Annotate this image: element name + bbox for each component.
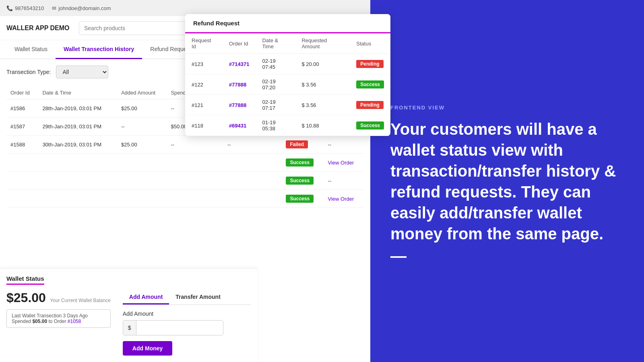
order-link[interactable]: #1058: [68, 319, 81, 324]
frontend-heading: Your customers will have a wallet status…: [390, 119, 624, 244]
cell-order-id: #1588: [6, 136, 38, 154]
refund-table-row: #118 #69431 01-19 05:38 $ 10.88 Success: [185, 115, 390, 136]
cell-added: --: [117, 117, 167, 136]
refund-table-row: #123 #714371 02-19 07:45 $ 20.00 Pending: [185, 54, 390, 74]
cell-date: 29th-Jan-2019, 03:01 PM: [38, 117, 117, 136]
filter-label: Transection Type:: [6, 69, 51, 75]
refund-cell-order-id: #69431: [223, 115, 256, 136]
cell-order-id: [6, 190, 38, 208]
cell-date: 30th-Jan-2019, 03:01 PM: [38, 136, 117, 154]
refund-popup-title: Refund Request: [185, 14, 390, 33]
cell-action[interactable]: View Order: [324, 154, 364, 172]
view-order-link[interactable]: View Order: [328, 196, 354, 202]
refund-cell-date: 02-19 07:20: [256, 74, 295, 95]
cell-refunded: [223, 154, 282, 172]
refund-cell-date: 01-19 05:38: [256, 115, 295, 136]
cell-refunded: --: [223, 136, 282, 154]
add-amount-label: Add Amount: [123, 311, 251, 317]
cell-date: [38, 172, 117, 190]
refund-cell-request-id: #123: [185, 54, 223, 74]
refund-cell-status: Success: [350, 74, 390, 95]
refund-status-badge: Pending: [356, 101, 383, 109]
cell-spended: [167, 190, 223, 208]
cell-action[interactable]: --: [324, 172, 364, 190]
to-label: to Order: [48, 319, 66, 324]
col-order-id: Order Id: [6, 86, 38, 99]
top-bar: 📞 9876543210 ✉ johndoe@domain.com: [0, 0, 370, 16]
refund-col-status: Status: [350, 33, 390, 54]
amount-input-wrap: $: [123, 320, 223, 335]
refund-cell-status: Pending: [350, 95, 390, 115]
cell-action[interactable]: --: [324, 136, 364, 154]
cell-order-id: #1586: [6, 99, 38, 117]
spent-amount: $05.00: [32, 319, 47, 324]
refund-cell-order-id: #714371: [223, 54, 256, 74]
cell-refunded: [223, 190, 282, 208]
email-icon: ✉: [52, 5, 56, 11]
frontend-divider: [390, 256, 407, 258]
add-money-button[interactable]: Add Money: [123, 341, 172, 356]
wallet-status-section: Wallet Status $25.00 Your Current Wallet…: [0, 268, 258, 362]
currency-symbol: $: [123, 321, 136, 335]
refund-status-badge: Pending: [356, 60, 383, 68]
action-cell: --: [328, 178, 331, 184]
cell-date: [38, 154, 117, 172]
status-badge: Failed: [286, 140, 308, 148]
cell-date: 28th-Jan-2019, 03:01 PM: [38, 99, 117, 117]
tab-add-amount[interactable]: Add Amount: [123, 290, 169, 304]
col-added: Added Amount: [117, 86, 167, 99]
wallet-status-body: $25.00 Your Current Wallet Balance Last …: [6, 290, 251, 356]
cell-spended: [167, 154, 223, 172]
cell-status: Success: [282, 190, 324, 208]
refund-cell-amount: $ 20.00: [295, 54, 350, 74]
cell-added: $25.00: [117, 99, 167, 117]
email-info: ✉ johndoe@domain.com: [52, 5, 111, 11]
left-panel: 📞 9876543210 ✉ johndoe@domain.com WALLER…: [0, 0, 370, 362]
refund-cell-request-id: #118: [185, 115, 223, 136]
refund-popup: Refund Request Request Id Order Id Date …: [185, 14, 390, 136]
refund-cell-request-id: #122: [185, 74, 223, 95]
search-input[interactable]: [79, 22, 192, 35]
wallet-action-panel: Add Amount Transfer Amount Add Amount $ …: [123, 290, 251, 356]
cell-order-id: [6, 154, 38, 172]
cell-status: Success: [282, 172, 324, 190]
add-amount-input[interactable]: [136, 321, 223, 335]
refund-cell-amount: $ 3.56: [295, 74, 350, 95]
cell-order-id: #1587: [6, 117, 38, 136]
table-row: Success View Order: [6, 190, 364, 208]
refund-cell-amount: $ 10.88: [295, 115, 350, 136]
refund-cell-date: 02-19 07:17: [256, 95, 295, 115]
refund-cell-status: Success: [350, 115, 390, 136]
refund-col-amount: Requested Amount: [295, 33, 350, 54]
cell-refunded: [223, 172, 282, 190]
right-panel: FRONTEND VIEW Your customers will have a…: [370, 0, 644, 362]
refund-col-request-id: Request Id: [185, 33, 223, 54]
view-order-link[interactable]: View Order: [328, 160, 354, 166]
cell-added: $25.00: [117, 136, 167, 154]
last-transaction-info: Last Wallet Transection 3 Days Ago Spend…: [6, 309, 111, 328]
refund-cell-status: Pending: [350, 54, 390, 74]
refund-col-date: Date & Time: [256, 33, 295, 54]
spent-label: Spended: [12, 319, 31, 324]
last-transaction-detail: Spended $05.00 to Order #1058: [12, 319, 105, 324]
transaction-type-select[interactable]: All Credit Debit: [56, 66, 108, 78]
email-address: johndoe@domain.com: [58, 5, 111, 11]
tab-transfer-amount[interactable]: Transfer Amount: [169, 290, 227, 304]
tab-wallet-status[interactable]: Wallet Status: [6, 40, 56, 59]
refund-status-badge: Success: [356, 121, 384, 130]
cell-action[interactable]: View Order: [324, 190, 364, 208]
wallet-balance-info: $25.00 Your Current Wallet Balance Last …: [6, 290, 111, 328]
tab-wallet-transaction-history[interactable]: Wallet Transection History: [56, 40, 142, 59]
table-row: #1588 30th-Jan-2019, 03:01 PM $25.00 -- …: [6, 136, 364, 154]
refund-table-row: #121 #77888 02-19 07:17 $ 3.56 Pending: [185, 95, 390, 115]
cell-added: [117, 190, 167, 208]
phone-icon: 📞: [6, 5, 13, 11]
wallet-action-tabs: Add Amount Transfer Amount: [123, 290, 251, 305]
cell-spended: --: [167, 136, 223, 154]
table-row: Success --: [6, 172, 364, 190]
refund-col-order-id: Order Id: [223, 33, 256, 54]
refund-table-row: #122 #77888 02-19 07:20 $ 3.56 Success: [185, 74, 390, 95]
phone-info: 📞 9876543210: [6, 5, 44, 11]
status-badge: Success: [286, 158, 314, 167]
app-title: WALLER APP DEMO: [6, 25, 71, 32]
